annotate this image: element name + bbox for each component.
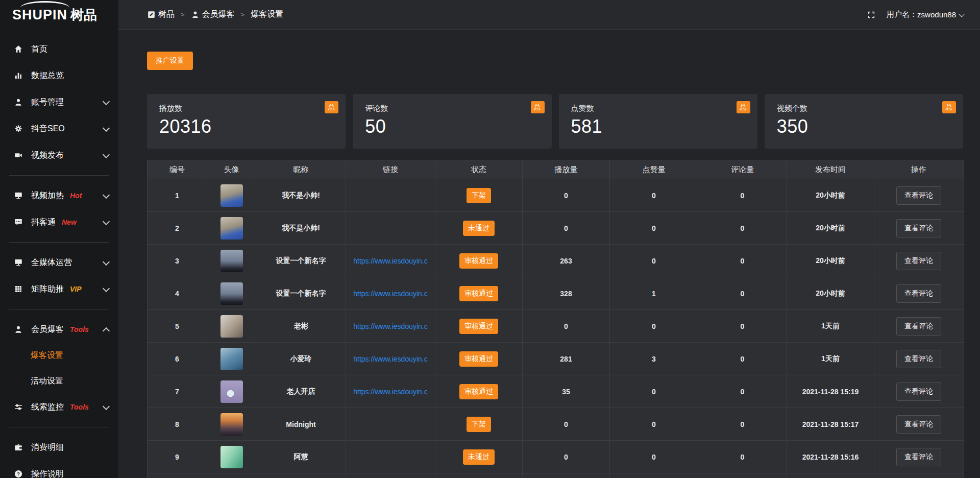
user-menu[interactable]: 用户名： zswodun88 — [887, 10, 965, 19]
cell-id: 6 — [148, 343, 207, 375]
video-link[interactable]: https://www.iesdouyin.c — [353, 257, 428, 265]
video-link[interactable]: https://www.iesdouyin.c — [353, 355, 428, 363]
sidebar-item-label: 视频发布 — [31, 150, 64, 161]
cell-comments: 0 — [698, 441, 787, 473]
cell-nickname: 老彬 — [256, 310, 346, 342]
video-link[interactable]: https://www.iesdouyin.c — [353, 290, 428, 298]
sidebar-item[interactable]: 抖音SEO — [0, 115, 118, 142]
table-header-cell: 操作 — [874, 160, 963, 179]
sidebar-item[interactable] — [9, 427, 109, 427]
sidebar-item[interactable]: 数据总览 — [0, 62, 118, 89]
cell-publish-time: 2021-11-28 15:19 — [787, 375, 874, 408]
sidebar-item-label: 爆客设置 — [31, 350, 63, 361]
main-content: 推广设置 播放数 20316 总 评论数 50 总 点赞数 581 总 视频个数… — [118, 30, 980, 478]
cell-nickname: 我不是小帅! — [256, 179, 346, 211]
cell-link: https://www.iesdouyin.c — [346, 277, 435, 309]
cell-comments — [698, 473, 787, 478]
view-comments-button[interactable]: 查看评论 — [896, 383, 941, 401]
sidebar-item[interactable]: ? 操作说明 — [0, 461, 118, 478]
sidebar-item[interactable] — [9, 309, 109, 309]
stat-card-label: 评论数 — [365, 104, 539, 113]
sidebar-item[interactable]: 会员爆客 Tools — [0, 316, 118, 343]
sidebar-item-icon — [13, 70, 23, 81]
cell-likes: 0 — [610, 441, 698, 473]
avatar — [220, 315, 243, 338]
cell-comments: 0 — [698, 277, 787, 309]
chevron-icon — [103, 286, 109, 292]
table-header-cell: 头像 — [207, 160, 256, 179]
view-comments-button[interactable]: 查看评论 — [896, 284, 941, 303]
view-comments-button[interactable]: 查看评论 — [896, 350, 941, 368]
cell-likes: 3 — [610, 343, 698, 375]
sidebar-item[interactable]: 视频加热 Hot — [0, 182, 118, 209]
sidebar-item[interactable]: 账号管理 — [0, 89, 118, 115]
sidebar-item[interactable]: 视频发布 — [0, 142, 118, 169]
table-header-cell: 状态 — [435, 160, 523, 179]
breadcrumb-separator: > — [181, 11, 185, 18]
sidebar-item-icon — [13, 442, 23, 452]
table-header-cell: 点赞量 — [610, 160, 698, 179]
sidebar-item-icon — [13, 97, 23, 107]
video-link[interactable]: https://www.iesdouyin.c — [353, 322, 428, 330]
videos-table: 编号头像昵称链接状态播放量点赞量评论量发布时间操作 1 我不是小帅! 下架 0 … — [147, 160, 964, 478]
status-badge[interactable]: 审核通过 — [459, 319, 498, 334]
table-row: 2 我不是小帅! 未通过 0 0 0 20小时前 查看评论 — [148, 211, 964, 244]
cell-avatar — [207, 441, 256, 473]
cell-avatar — [207, 245, 256, 277]
view-comments-button[interactable]: 查看评论 — [896, 415, 941, 434]
video-link[interactable]: https://www.iesdouyin.c — [353, 388, 428, 396]
view-comments-button[interactable]: 查看评论 — [896, 252, 941, 270]
status-badge[interactable]: 审核通过 — [459, 253, 498, 269]
sidebar-item[interactable]: 抖客通 New — [0, 209, 118, 235]
cell-id: 9 — [148, 441, 207, 473]
status-badge[interactable]: 审核通过 — [459, 286, 498, 301]
cell-publish-time: 20小时前 — [787, 212, 874, 244]
total-badge: 总 — [325, 101, 338, 113]
breadcrumb-item-section[interactable]: 会员爆客 — [202, 9, 235, 20]
sidebar-item[interactable]: 活动设置 — [0, 368, 118, 394]
topbar-right: 用户名： zswodun88 — [867, 10, 965, 19]
table-row — [148, 473, 964, 478]
table-header-row: 编号头像昵称链接状态播放量点赞量评论量发布时间操作 — [148, 160, 964, 179]
status-badge[interactable]: 未通过 — [463, 221, 495, 236]
sidebar-item-label: 矩阵助推 — [31, 284, 64, 295]
stat-card: 播放数 20316 总 — [147, 94, 346, 149]
fullscreen-icon[interactable] — [867, 11, 875, 19]
cell-status — [435, 473, 523, 478]
breadcrumb-item-home[interactable]: 树品 — [158, 9, 175, 20]
sidebar-item[interactable]: 首页 — [0, 36, 118, 62]
sidebar-item[interactable]: 全媒体运营 — [0, 249, 118, 276]
sidebar-item[interactable]: 矩阵助推 VIP — [0, 276, 118, 302]
view-comments-button[interactable]: 查看评论 — [896, 448, 941, 466]
sidebar-item[interactable] — [9, 175, 109, 176]
cell-link: https://www.iesdouyin.c — [346, 245, 435, 277]
chevron-icon — [103, 444, 109, 450]
avatar — [220, 413, 243, 436]
cell-avatar — [207, 473, 256, 478]
cell-avatar — [207, 343, 256, 375]
status-badge[interactable]: 下架 — [467, 417, 491, 432]
cell-publish-time: 20小时前 — [787, 245, 874, 277]
cell-plays: 35 — [523, 375, 610, 408]
sidebar-item-label: 线索监控 — [31, 402, 64, 413]
status-badge[interactable]: 审核通过 — [459, 351, 498, 367]
chevron-icon — [103, 73, 109, 79]
sidebar-item[interactable]: 消费明细 — [0, 434, 118, 461]
cell-nickname — [256, 473, 346, 478]
sidebar-item[interactable]: 线索监控 Tools — [0, 394, 118, 420]
status-badge[interactable]: 未通过 — [463, 449, 495, 465]
view-comments-button[interactable]: 查看评论 — [896, 186, 941, 205]
view-comments-button[interactable]: 查看评论 — [896, 317, 941, 336]
sidebar-item[interactable] — [9, 242, 109, 243]
sidebar-item[interactable]: 爆客设置 — [0, 343, 118, 368]
status-badge[interactable]: 下架 — [467, 188, 491, 203]
status-badge[interactable]: 审核通过 — [459, 384, 498, 399]
stat-cards: 播放数 20316 总 评论数 50 总 点赞数 581 总 视频个数 350 … — [147, 94, 963, 149]
promo-settings-button[interactable]: 推广设置 — [147, 52, 193, 70]
avatar — [220, 446, 243, 468]
cell-id: 8 — [148, 408, 207, 440]
table-row: 8 Midnight 下架 0 0 0 2021-11-28 15:17 查看评… — [148, 408, 964, 440]
view-comments-button[interactable]: 查看评论 — [896, 219, 941, 237]
topbar: 树品 > 会员爆客 > 爆客设置 用户名： zswodun88 — [118, 0, 980, 30]
stat-card: 视频个数 350 总 — [765, 94, 963, 149]
